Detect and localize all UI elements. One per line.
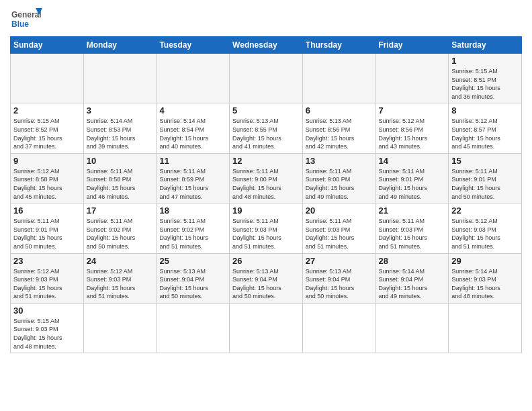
day-number: 30 <box>13 306 81 316</box>
calendar-cell <box>375 54 449 103</box>
calendar-cell: 6Sunrise: 5:13 AM Sunset: 8:56 PM Daylig… <box>302 103 375 153</box>
day-number: 14 <box>379 156 446 166</box>
day-info: Sunrise: 5:13 AM Sunset: 9:04 PM Dayligh… <box>159 267 226 301</box>
generalblue-logo-icon: General Blue <box>10 7 44 32</box>
day-number: 8 <box>451 105 519 116</box>
day-info: Sunrise: 5:15 AM Sunset: 9:03 PM Dayligh… <box>13 317 81 351</box>
calendar-cell <box>449 303 522 353</box>
calendar-header-row: SundayMondayTuesdayWednesdayThursdayFrid… <box>11 37 522 54</box>
calendar-cell: 30Sunrise: 5:15 AM Sunset: 9:03 PM Dayli… <box>11 303 84 353</box>
day-info: Sunrise: 5:12 AM Sunset: 9:03 PM Dayligh… <box>451 217 519 250</box>
day-number: 29 <box>451 256 519 266</box>
calendar-cell: 14Sunrise: 5:11 AM Sunset: 9:01 PM Dayli… <box>375 153 449 203</box>
day-info: Sunrise: 5:12 AM Sunset: 8:58 PM Dayligh… <box>13 167 81 201</box>
calendar-cell: 18Sunrise: 5:11 AM Sunset: 9:02 PM Dayli… <box>157 203 230 253</box>
day-number: 7 <box>379 105 446 116</box>
calendar-week-row: 2Sunrise: 5:15 AM Sunset: 8:52 PM Daylig… <box>11 103 522 153</box>
calendar-cell: 22Sunrise: 5:12 AM Sunset: 9:03 PM Dayli… <box>449 203 522 253</box>
day-number: 22 <box>451 205 519 216</box>
day-number: 12 <box>232 156 300 166</box>
day-info: Sunrise: 5:15 AM Sunset: 8:52 PM Dayligh… <box>13 117 81 150</box>
day-info: Sunrise: 5:12 AM Sunset: 8:56 PM Dayligh… <box>379 117 446 150</box>
calendar-cell: 27Sunrise: 5:13 AM Sunset: 9:04 PM Dayli… <box>302 253 375 303</box>
calendar-cell: 9Sunrise: 5:12 AM Sunset: 8:58 PM Daylig… <box>11 153 84 203</box>
day-info: Sunrise: 5:14 AM Sunset: 8:53 PM Dayligh… <box>87 117 154 150</box>
calendar-cell <box>157 303 230 353</box>
calendar-cell: 25Sunrise: 5:13 AM Sunset: 9:04 PM Dayli… <box>157 253 230 303</box>
calendar-cell: 20Sunrise: 5:11 AM Sunset: 9:03 PM Dayli… <box>302 203 375 253</box>
day-info: Sunrise: 5:11 AM Sunset: 9:00 PM Dayligh… <box>232 167 300 201</box>
calendar-cell: 5Sunrise: 5:13 AM Sunset: 8:55 PM Daylig… <box>230 103 303 153</box>
col-header-tuesday: Tuesday <box>157 37 230 54</box>
day-number: 6 <box>306 105 373 116</box>
day-info: Sunrise: 5:14 AM Sunset: 8:54 PM Dayligh… <box>159 117 226 150</box>
calendar-cell: 26Sunrise: 5:13 AM Sunset: 9:04 PM Dayli… <box>230 253 303 303</box>
calendar-cell <box>11 54 84 103</box>
day-number: 13 <box>306 156 373 166</box>
col-header-thursday: Thursday <box>302 37 375 54</box>
day-info: Sunrise: 5:12 AM Sunset: 8:57 PM Dayligh… <box>451 117 519 150</box>
day-info: Sunrise: 5:11 AM Sunset: 9:01 PM Dayligh… <box>379 167 446 201</box>
calendar-cell <box>83 303 157 353</box>
day-info: Sunrise: 5:13 AM Sunset: 9:04 PM Dayligh… <box>232 267 300 301</box>
calendar-cell <box>83 54 157 103</box>
day-number: 5 <box>232 105 300 116</box>
header: General Blue <box>10 7 522 32</box>
col-header-sunday: Sunday <box>11 37 84 54</box>
calendar-cell: 1Sunrise: 5:15 AM Sunset: 8:51 PM Daylig… <box>449 54 522 103</box>
day-info: Sunrise: 5:11 AM Sunset: 9:02 PM Dayligh… <box>87 217 154 250</box>
calendar-cell: 29Sunrise: 5:14 AM Sunset: 9:03 PM Dayli… <box>449 253 522 303</box>
calendar-week-row: 23Sunrise: 5:12 AM Sunset: 9:03 PM Dayli… <box>11 253 522 303</box>
calendar-cell: 3Sunrise: 5:14 AM Sunset: 8:53 PM Daylig… <box>83 103 157 153</box>
calendar-cell: 28Sunrise: 5:14 AM Sunset: 9:04 PM Dayli… <box>375 253 449 303</box>
calendar-week-row: 9Sunrise: 5:12 AM Sunset: 8:58 PM Daylig… <box>11 153 522 203</box>
calendar-cell <box>230 54 303 103</box>
day-info: Sunrise: 5:11 AM Sunset: 9:03 PM Dayligh… <box>232 217 300 250</box>
calendar-cell: 15Sunrise: 5:11 AM Sunset: 9:01 PM Dayli… <box>449 153 522 203</box>
day-number: 2 <box>13 105 81 116</box>
calendar-cell: 13Sunrise: 5:11 AM Sunset: 9:00 PM Dayli… <box>302 153 375 203</box>
day-number: 25 <box>159 256 226 266</box>
day-info: Sunrise: 5:11 AM Sunset: 9:01 PM Dayligh… <box>13 217 81 250</box>
day-info: Sunrise: 5:11 AM Sunset: 8:59 PM Dayligh… <box>159 167 226 201</box>
day-info: Sunrise: 5:11 AM Sunset: 9:03 PM Dayligh… <box>306 217 373 250</box>
calendar-cell: 17Sunrise: 5:11 AM Sunset: 9:02 PM Dayli… <box>83 203 157 253</box>
day-number: 20 <box>306 205 373 216</box>
calendar-cell <box>302 303 375 353</box>
day-info: Sunrise: 5:11 AM Sunset: 9:01 PM Dayligh… <box>451 167 519 201</box>
day-info: Sunrise: 5:11 AM Sunset: 8:58 PM Dayligh… <box>87 167 154 201</box>
day-info: Sunrise: 5:13 AM Sunset: 9:04 PM Dayligh… <box>306 267 373 301</box>
calendar-cell: 19Sunrise: 5:11 AM Sunset: 9:03 PM Dayli… <box>230 203 303 253</box>
calendar-cell: 16Sunrise: 5:11 AM Sunset: 9:01 PM Dayli… <box>11 203 84 253</box>
calendar-cell: 7Sunrise: 5:12 AM Sunset: 8:56 PM Daylig… <box>375 103 449 153</box>
calendar-cell <box>302 54 375 103</box>
day-number: 15 <box>451 156 519 166</box>
day-number: 23 <box>13 256 81 266</box>
col-header-wednesday: Wednesday <box>230 37 303 54</box>
calendar-cell: 12Sunrise: 5:11 AM Sunset: 9:00 PM Dayli… <box>230 153 303 203</box>
calendar-cell: 4Sunrise: 5:14 AM Sunset: 8:54 PM Daylig… <box>157 103 230 153</box>
day-number: 24 <box>87 256 154 266</box>
calendar-cell: 21Sunrise: 5:11 AM Sunset: 9:03 PM Dayli… <box>375 203 449 253</box>
day-number: 9 <box>13 156 81 166</box>
svg-text:General: General <box>11 10 42 19</box>
day-number: 4 <box>159 105 226 116</box>
col-header-monday: Monday <box>83 37 157 54</box>
day-info: Sunrise: 5:13 AM Sunset: 8:55 PM Dayligh… <box>232 117 300 150</box>
calendar-week-row: 30Sunrise: 5:15 AM Sunset: 9:03 PM Dayli… <box>11 303 522 353</box>
calendar-cell: 10Sunrise: 5:11 AM Sunset: 8:58 PM Dayli… <box>83 153 157 203</box>
calendar-week-row: 16Sunrise: 5:11 AM Sunset: 9:01 PM Dayli… <box>11 203 522 253</box>
day-number: 10 <box>87 156 154 166</box>
day-number: 3 <box>87 105 154 116</box>
col-header-saturday: Saturday <box>449 37 522 54</box>
day-info: Sunrise: 5:14 AM Sunset: 9:03 PM Dayligh… <box>451 267 519 301</box>
calendar-table: SundayMondayTuesdayWednesdayThursdayFrid… <box>10 36 522 353</box>
day-info: Sunrise: 5:11 AM Sunset: 9:00 PM Dayligh… <box>306 167 373 201</box>
day-number: 26 <box>232 256 300 266</box>
day-number: 16 <box>13 205 81 216</box>
calendar-cell: 2Sunrise: 5:15 AM Sunset: 8:52 PM Daylig… <box>11 103 84 153</box>
calendar-cell: 8Sunrise: 5:12 AM Sunset: 8:57 PM Daylig… <box>449 103 522 153</box>
day-info: Sunrise: 5:11 AM Sunset: 9:02 PM Dayligh… <box>159 217 226 250</box>
day-number: 17 <box>87 205 154 216</box>
day-number: 18 <box>159 205 226 216</box>
